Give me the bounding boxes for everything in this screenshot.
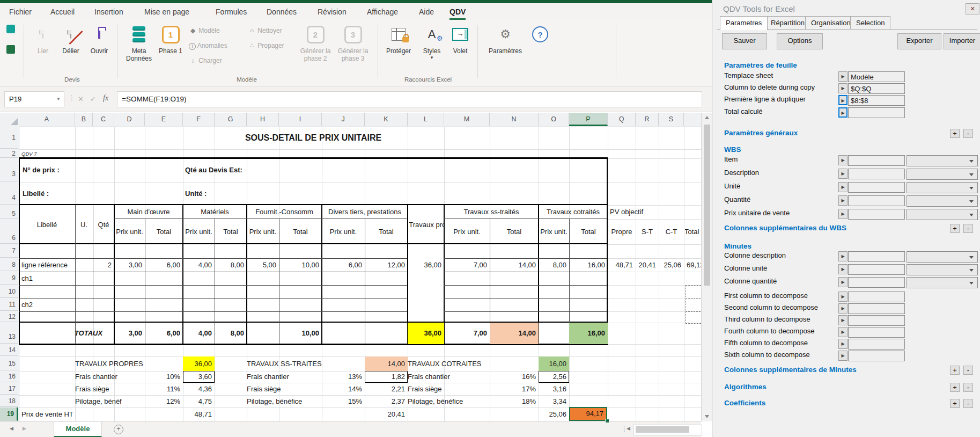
cell-S8[interactable]: 25,06 [659,258,684,272]
header-propre[interactable]: Propre [608,219,636,244]
header-pu-ct[interactable]: Prix unit. [539,219,569,244]
pick-third-column-button[interactable]: ▶ [838,315,848,325]
cell-K17[interactable]: 2,21 [365,383,408,395]
col-header-J[interactable]: J [322,113,365,126]
cell-Q8[interactable]: 48,71 [608,258,636,272]
pick-unite-button[interactable]: ▶ [838,182,848,192]
col-header-I[interactable]: I [279,113,322,126]
colonne-quantite-input[interactable] [848,277,905,288]
col-header-Q[interactable]: Q [608,113,636,126]
cell-D8[interactable]: 3,00 [114,258,145,272]
col-header-N[interactable]: N [490,113,539,126]
minutes-cols-remove-button[interactable]: - [963,366,973,375]
description-combo[interactable] [907,169,978,180]
row-header-15[interactable]: 15 [0,356,18,370]
cell-E8[interactable]: 6,00 [145,258,183,272]
description-input[interactable] [848,169,905,179]
row-header-17[interactable]: 17 [0,383,18,395]
row-header-1[interactable]: 1 [0,127,18,149]
cell-A8[interactable]: ligne référence [21,258,78,272]
cell-O15[interactable]: 16,00 [539,356,569,371]
cell-E17[interactable]: 11% [145,383,183,395]
cell-unite-label[interactable]: Unité : [185,182,239,205]
pick-prix-unitaire-button[interactable]: ▶ [838,209,848,219]
tab-scroll-left-icon[interactable]: ◀ [10,426,13,431]
coefficients-add-button[interactable]: + [950,399,960,408]
sheet-tab-modele[interactable]: Modèle [54,422,102,437]
prix-unitaire-combo[interactable] [907,209,978,220]
row-header-4[interactable]: 4 [0,182,18,205]
cell-F19[interactable]: 48,71 [183,407,215,421]
generaux-remove-button[interactable]: - [963,129,973,138]
pick-total-calcule-button[interactable]: ▶ [838,107,848,118]
cell-L8[interactable]: 36,00 [408,258,444,272]
cell-F15[interactable]: 36,00 [183,356,215,371]
col-header-R[interactable]: R [636,113,659,126]
pick-first-column-button[interactable]: ▶ [838,292,848,302]
header-materiels[interactable]: Matériels [183,205,247,219]
cell-K16[interactable]: 1,82 [365,371,408,383]
row-header-14[interactable]: 14 [0,344,18,356]
hscroll-left-icon[interactable]: ◀ [627,426,630,431]
exporter-button[interactable]: Exporter [897,33,941,49]
cell-libelle-label[interactable]: Libellé : [23,182,79,205]
spreadsheet-grid[interactable]: A B C D E F G H I J K L M N O P Q R S T … [0,0,701,437]
cell-A9[interactable]: ch1 [21,272,78,285]
algorithmes-remove-button[interactable]: - [963,383,973,392]
colonne-unite-input[interactable] [848,264,905,275]
header-pu-st[interactable]: Prix unit. [444,219,490,244]
pick-fourth-column-button[interactable]: ▶ [838,327,848,337]
cell-E16[interactable]: 10% [145,371,183,383]
header-fournitures[interactable]: Fournit.-Consomm [247,205,322,219]
cell-L17[interactable]: Frais siège [408,383,483,395]
row-header-18[interactable]: 18 [0,395,18,407]
prix-unitaire-input[interactable] [848,209,905,220]
header-divers[interactable]: Divers tiers, prestations [322,205,408,219]
row-header-10[interactable]: 10 [0,285,18,298]
header-pu-div[interactable]: Prix unit. [322,219,365,244]
minutes-cols-add-button[interactable]: + [950,366,960,375]
cell-I8[interactable]: 10,00 [279,258,322,272]
cell-J18[interactable]: 15% [322,395,365,407]
row-header-7[interactable]: 7 [0,244,18,258]
row-header-13[interactable]: 13 [0,323,18,344]
cell-N13[interactable]: 14,00 [490,323,539,344]
row-header-2[interactable]: 2 [0,149,18,158]
header-main-doeuvre[interactable]: Main d'œuvre [114,205,183,219]
sheet-title[interactable]: SOUS-DETAIL DE PRIX UNITAIRE [19,127,608,149]
pick-premiere-ligne-button[interactable]: ▶ [838,95,848,105]
select-all-corner[interactable] [11,118,18,125]
row-header-11[interactable]: 11 [0,298,18,311]
cell-H18[interactable]: Pilotage, bénéfice [247,395,311,407]
pane-tab-selection[interactable]: Selection [850,16,890,29]
pick-quantite-button[interactable]: ▶ [838,195,848,206]
cell-B18[interactable]: Pilotage, bénéf [75,395,139,407]
col-header-L[interactable]: L [408,113,444,126]
pick-colonne-quantite-button[interactable]: ▶ [838,277,848,287]
cell-R8[interactable]: 20,41 [636,258,659,272]
col-header-S[interactable]: S [659,113,684,126]
header-qte[interactable]: Qté [93,205,114,244]
scroll-up-icon[interactable] [705,116,709,119]
version-tag[interactable]: QDV 7 [21,149,129,158]
header-total-pst[interactable]: Total P+ST [685,219,701,244]
row-header-5[interactable]: 5 [0,205,18,218]
cell-A11[interactable]: ch2 [21,298,78,311]
header-travaux-cotraites[interactable]: Travaux cotraités [539,205,608,219]
pick-description-button[interactable]: ▶ [838,169,848,179]
header-travaux-ss-traites[interactable]: Travaux ss-traités [444,205,539,219]
cell-travaux-cotraites-title[interactable]: TRAVAUX COTRAITES [408,356,499,371]
cell-L18[interactable]: Pilotage, bénéfice [408,395,483,407]
cell-L16[interactable]: Frais chantier [408,371,483,383]
header-total-travaux-propres[interactable]: Total Travaux propres [408,205,444,244]
pane-close-button[interactable]: ✕ [966,3,979,14]
cell-H17[interactable]: Frais siège [247,383,311,395]
cell-qte-devis-label[interactable]: Qté au Devis Est: [185,158,271,182]
pane-tab-organisation[interactable]: Organisation [805,16,857,29]
pick-sixth-column-button[interactable]: ▶ [838,351,848,361]
header-total-mat[interactable]: Total [215,219,247,244]
cell-T8[interactable]: 69,12 [687,258,701,272]
cell-J17[interactable]: 14% [322,383,365,395]
total-calcule-input[interactable] [848,107,905,118]
quantite-combo[interactable] [907,195,978,207]
